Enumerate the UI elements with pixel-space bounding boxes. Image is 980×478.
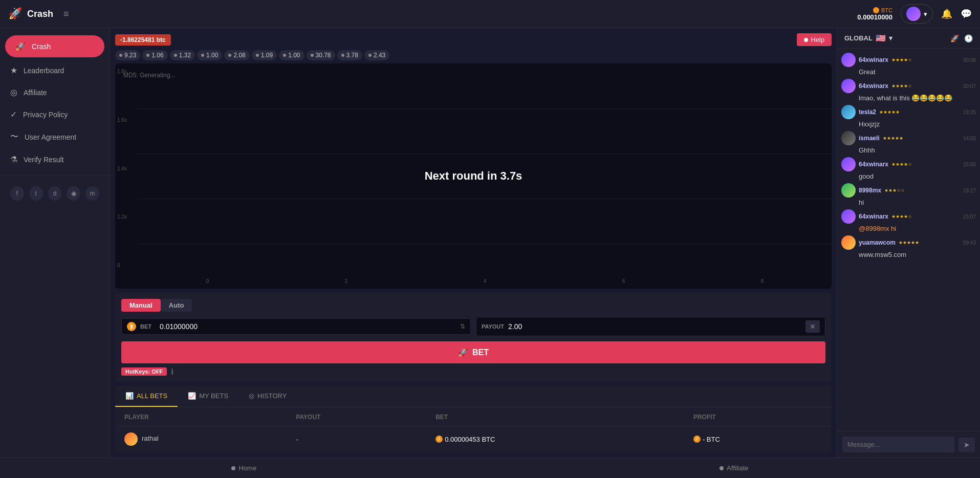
reddit-icon[interactable]: ◉ (67, 186, 80, 201)
msg-header: 64xwinarx ★★★★☆ 00:06 (841, 53, 976, 67)
graph-icon: 📈 (188, 392, 196, 400)
mult-dot (311, 54, 314, 57)
clock-icon: ◎ (249, 392, 254, 400)
cell-player: rathal (116, 427, 287, 451)
mult-dot (368, 54, 372, 57)
tab-all-bets[interactable]: 📊 ALL BETS (115, 386, 178, 407)
hotkeys-row: HotKeys: OFF ℹ (121, 367, 825, 376)
payout-clear-button[interactable]: ✕ (805, 320, 820, 333)
bet-input[interactable] (160, 322, 456, 331)
msg-header: ismaeli ★★★★★ 14:00 (841, 131, 976, 145)
stars-icon: ★★★★★ (883, 136, 903, 141)
bets-tabs: 📊 ALL BETS 📈 MY BETS ◎ HISTORY (115, 386, 832, 407)
sidebar-item-label: Affiliate (24, 89, 47, 97)
hamburger-menu[interactable]: ≡ (63, 9, 69, 19)
x-axis-label: 8 (761, 278, 764, 284)
sidebar-divider (0, 176, 110, 176)
chat-rocket-icon[interactable]: 🚀 (950, 34, 959, 42)
chat-message-input[interactable] (842, 437, 954, 452)
sidebar: 🚀 Crash ★ Leaderboard ◎ Affiliate ✓ Priv… (0, 28, 110, 458)
bet-button[interactable]: 🚀 BET (121, 341, 825, 363)
help-button[interactable]: Help (797, 33, 832, 46)
facebook-icon[interactable]: f (10, 186, 24, 201)
affiliate-dot (720, 466, 724, 470)
medium-icon[interactable]: m (85, 186, 99, 201)
top-header: 🚀 Crash ≡ BTC 0.00010000 ▾ 🔔 💬 (0, 0, 980, 28)
y-axis-label: 1.6x (117, 117, 136, 123)
game-canvas: 1.8x1.6x1.4x1.2x0 MD5: Generating... Nex… (115, 63, 832, 289)
tab-my-bets[interactable]: 📈 MY BETS (178, 386, 238, 407)
x-axis-label: 6 (622, 278, 625, 284)
chat-message: tesla2 ★★★★★ 19:25 Hxxjzjz (841, 105, 976, 128)
sidebar-item-agreement[interactable]: 〜 User Agreement (0, 125, 110, 148)
star-icon: ★ (10, 66, 17, 75)
tab-manual[interactable]: Manual (121, 299, 161, 312)
sidebar-item-verify[interactable]: ⚗ Verify Result (0, 148, 110, 170)
stars-icon: ★★★★☆ (891, 162, 912, 167)
chat-clock-icon[interactable]: 🕐 (964, 34, 973, 42)
sidebar-item-label: Privacy Policy (23, 111, 68, 119)
sidebar-item-crash[interactable]: 🚀 Crash (5, 35, 104, 57)
user-avatar-button[interactable]: ▾ (901, 4, 933, 24)
sidebar-item-affiliate[interactable]: ◎ Affiliate (0, 81, 110, 103)
tab-history[interactable]: ◎ HISTORY (238, 386, 297, 407)
msg-time: 15:00 (963, 162, 976, 167)
col-payout: PAYOUT (288, 408, 426, 426)
msg-text: lmao, what is this 😂😂😂😂😂 (841, 94, 976, 102)
chat-toggle-button[interactable]: 💬 (961, 8, 972, 19)
chat-message: 64xwinarx ★★★★☆ 00:07 lmao, what is this… (841, 79, 976, 102)
msg-header: 64xwinarx ★★★★☆ 15:07 (841, 209, 976, 224)
msg-username: 8998mx (859, 187, 881, 194)
chat-header: GLOBAL 🇺🇸 ▾ 🚀 🕐 (837, 28, 980, 49)
mult-dot (256, 54, 259, 57)
msg-time: 00:07 (963, 83, 976, 89)
col-profit: PROFIT (685, 408, 831, 426)
chevron-down-icon: ▾ (924, 10, 927, 18)
msg-username: tesla2 (859, 108, 876, 116)
payout-input-group: PAYOUT ✕ (476, 317, 825, 336)
hotkeys-badge: HotKeys: OFF (121, 367, 167, 376)
footer-home[interactable]: Home (231, 464, 256, 472)
crash-value-badge: -1.86225481 btc (115, 34, 171, 46)
payout-label: PAYOUT (482, 323, 504, 330)
wave-icon: 〜 (10, 132, 18, 142)
stars-icon: ★★★★☆ (891, 83, 912, 89)
chevron-down-icon[interactable]: ▾ (889, 34, 892, 42)
discord-icon[interactable]: d (48, 186, 62, 201)
chat-messages: 64xwinarx ★★★★☆ 00:06 Great 64xwinarx ★★… (837, 49, 980, 431)
chat-label: GLOBAL (844, 34, 873, 42)
msg-header: yuamawcom ★★★★★ 09:43 (841, 235, 976, 250)
msg-header: 64xwinarx ★★★★☆ 15:00 (841, 157, 976, 171)
sidebar-item-leaderboard[interactable]: ★ Leaderboard (0, 59, 110, 81)
btc-label: BTC (873, 7, 892, 13)
msg-time: 15:07 (963, 214, 976, 220)
mult-dot (146, 54, 149, 57)
home-dot (231, 466, 235, 470)
chat-send-button[interactable]: ➤ (959, 438, 975, 452)
logo-area: 🚀 Crash ≡ (8, 7, 69, 20)
info-icon[interactable]: ℹ (171, 367, 173, 376)
y-axis-label: 1.4x (117, 166, 136, 171)
x-axis-label: 4 (484, 278, 487, 284)
app-title: Crash (27, 9, 53, 19)
md5-text: MD5: Generating... (123, 72, 175, 79)
msg-header: 64xwinarx ★★★★☆ 00:07 (841, 79, 976, 93)
multiplier-badge: 1.32 (170, 50, 195, 60)
multipliers-row: 9.231.061.321.002.081.091.0030.783.782.4… (115, 50, 832, 60)
payout-input[interactable] (508, 322, 801, 331)
tab-auto[interactable]: Auto (161, 299, 192, 312)
sidebar-item-label: User Agreement (25, 133, 76, 141)
msg-header: 8998mx ★★★☆☆ 19:27 (841, 183, 976, 198)
bet-tabs: Manual Auto (121, 299, 825, 312)
btc-amount: 0.00010000 (857, 13, 892, 21)
notifications-button[interactable]: 🔔 (941, 8, 952, 19)
check-icon: ✓ (10, 110, 17, 119)
arrows-icon: ⇅ (460, 323, 465, 330)
sidebar-item-privacy[interactable]: ✓ Privacy Policy (0, 103, 110, 125)
msg-avatar (841, 105, 856, 119)
footer-affiliate[interactable]: Affiliate (720, 464, 748, 472)
sidebar-item-label: Leaderboard (24, 67, 64, 75)
twitter-icon[interactable]: t (29, 186, 43, 201)
msg-time: 14:00 (963, 136, 976, 141)
msg-avatar (841, 79, 856, 93)
